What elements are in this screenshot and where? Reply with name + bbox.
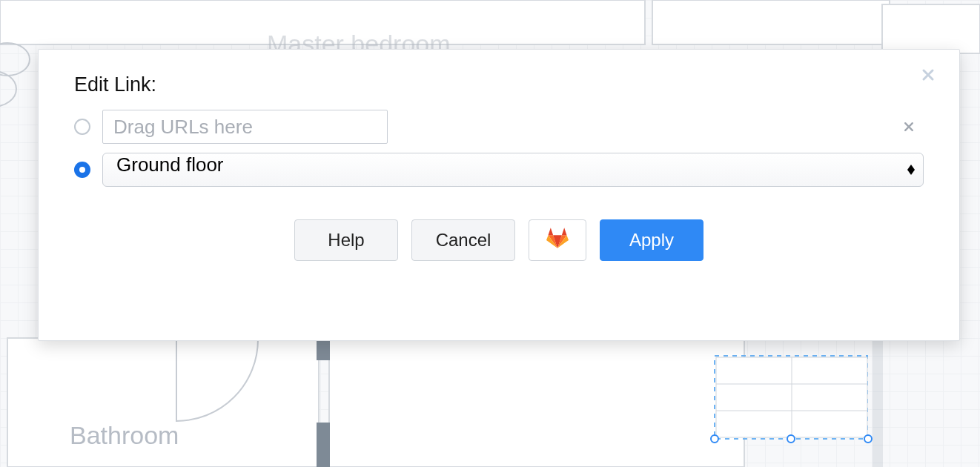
svg-rect-4 [329,338,744,467]
page-option-row: Ground floor [74,153,924,187]
svg-rect-6 [317,423,330,467]
gitlab-button[interactable] [529,219,586,261]
close-icon[interactable] [918,64,938,85]
svg-rect-5 [317,338,330,360]
help-button[interactable]: Help [294,219,398,261]
edit-link-dialog: Edit Link: Ground floor Help Cancel [38,49,960,341]
svg-rect-15 [882,4,980,53]
clear-input-icon[interactable] [901,119,916,134]
radio-url[interactable] [74,119,90,135]
bg-label-bathroom: Bathroom [70,421,179,450]
radio-page[interactable] [74,162,90,178]
url-input[interactable] [102,110,388,144]
url-option-row [74,110,924,144]
page-select-wrap: Ground floor [102,153,924,187]
gitlab-icon [546,228,569,253]
svg-rect-1 [652,0,890,44]
apply-button[interactable]: Apply [600,219,703,261]
url-input-wrap [102,110,924,144]
dialog-button-row: Help Cancel Apply [74,219,924,261]
page-select[interactable]: Ground floor [102,153,924,187]
dialog-title: Edit Link: [74,73,924,96]
cancel-button[interactable]: Cancel [411,219,515,261]
